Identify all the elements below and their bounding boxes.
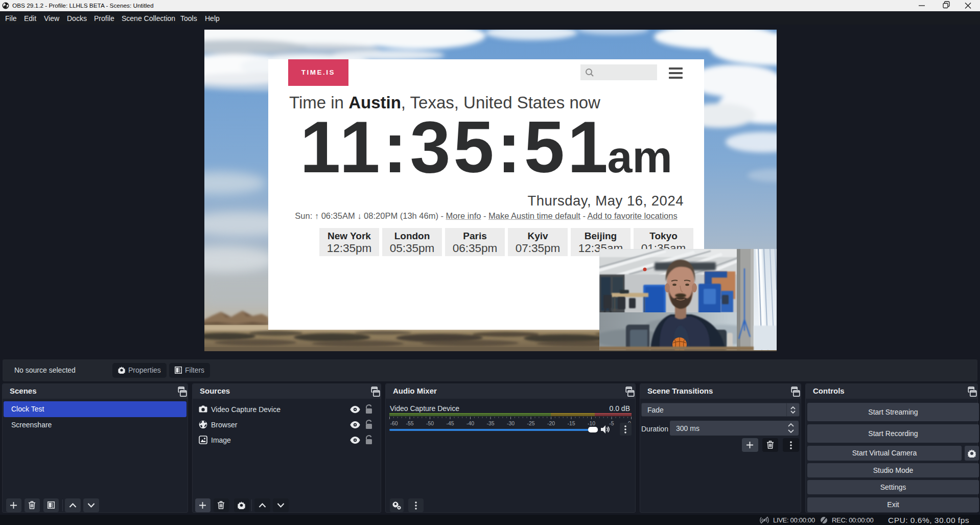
svg-text:-50: -50 bbox=[426, 420, 434, 426]
svg-text:-40: -40 bbox=[466, 420, 474, 426]
svg-text:-10: -10 bbox=[588, 420, 595, 426]
svg-text:-35: -35 bbox=[486, 420, 494, 426]
svg-text:-20: -20 bbox=[547, 420, 555, 426]
svg-text:-60: -60 bbox=[390, 420, 398, 426]
svg-text:-45: -45 bbox=[446, 420, 454, 426]
svg-text:-15: -15 bbox=[567, 420, 575, 426]
svg-text:-5: -5 bbox=[609, 420, 614, 426]
svg-text:-55: -55 bbox=[406, 420, 413, 426]
svg-text:-25: -25 bbox=[527, 420, 534, 426]
svg-text:-30: -30 bbox=[507, 420, 515, 426]
